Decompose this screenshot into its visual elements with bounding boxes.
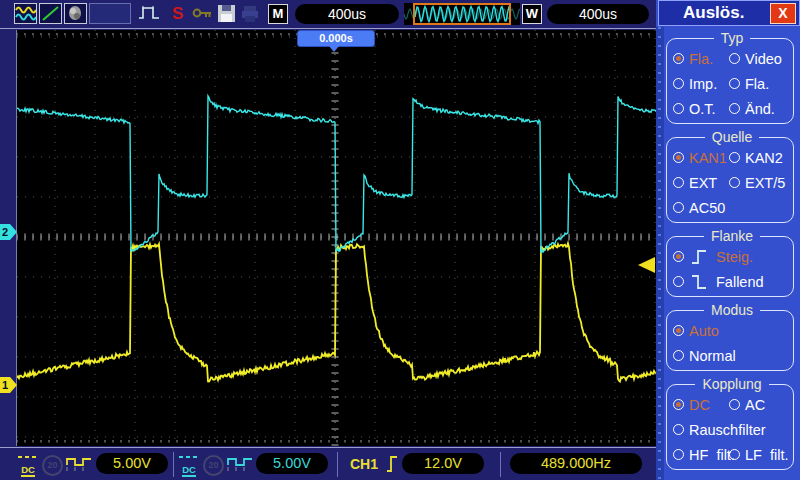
- trigger-position-pointer-icon: [329, 46, 339, 52]
- radio-option-auto[interactable]: Auto: [673, 318, 791, 343]
- radio-label: Rauschfilter: [689, 422, 766, 438]
- radio-icon: [729, 152, 740, 163]
- graticule-axes: [17, 37, 649, 445]
- toolbar: S M 400us W 400us: [0, 0, 656, 28]
- ch1-coupling-icon: DC: [16, 456, 40, 477]
- radio-option-kan1[interactable]: KAN1: [673, 145, 729, 170]
- trigger-menu: Auslös. X TypFla.VideoImp.Fla.O.T.Änd.Qu…: [656, 0, 800, 480]
- radio-label: EXT: [689, 175, 717, 191]
- radio-option-video[interactable]: Video: [729, 46, 791, 71]
- trigger-menu-titlebar: Auslös. X: [658, 0, 800, 26]
- radio-label: Steig.: [716, 249, 753, 265]
- radio-option-lf-filt-[interactable]: LF filt.: [729, 442, 791, 467]
- radio-icon: [673, 449, 684, 460]
- radio-label: EXT/5: [745, 175, 785, 191]
- trigger-rising-edge-icon: [385, 455, 399, 473]
- status-divider: [500, 452, 501, 477]
- radio-label: AC50: [689, 200, 725, 216]
- radio-icon: [673, 276, 684, 287]
- empty-slot: [89, 3, 131, 24]
- main-timebase-button[interactable]: M: [268, 4, 288, 24]
- radio-option-fla-[interactable]: Fla.: [729, 71, 791, 96]
- ch2-ground-marker[interactable]: 2: [0, 224, 17, 240]
- radio-icon: [673, 53, 684, 64]
- radio-option-ext[interactable]: EXT: [673, 170, 729, 195]
- trigger-level-value: 12.0V: [402, 453, 484, 474]
- radio-option-ac50[interactable]: AC50: [673, 195, 729, 220]
- radio-icon: [729, 53, 740, 64]
- radio-option-hf-filt-[interactable]: HF filt.: [673, 442, 729, 467]
- group-typ: TypFla.VideoImp.Fla.O.T.Änd.: [666, 30, 794, 124]
- radio-icon: [729, 78, 740, 89]
- radio-option-o-t-[interactable]: O.T.: [673, 96, 729, 121]
- radio-option--nd-[interactable]: Änd.: [729, 96, 791, 121]
- radio-option-normal[interactable]: Normal: [673, 343, 791, 368]
- radio-label: Normal: [689, 348, 736, 364]
- ch2-probe-wave-icon: [227, 457, 253, 473]
- ch1-ground-marker[interactable]: 1: [0, 377, 17, 393]
- group-modus: ModusAutoNormal: [666, 302, 794, 371]
- radio-option-rauschfilter[interactable]: Rauschfilter: [673, 417, 791, 442]
- radio-icon: [673, 325, 684, 336]
- cursor-line-icon[interactable]: [39, 3, 62, 24]
- trigger-frequency-value: 489.000Hz: [510, 453, 642, 474]
- ch2-volts-div: 5.00V: [256, 453, 328, 474]
- radio-label: Auto: [689, 323, 719, 339]
- radio-option-imp-[interactable]: Imp.: [673, 71, 729, 96]
- radio-icon: [729, 103, 740, 114]
- save-icon[interactable]: [217, 4, 237, 24]
- trigger-pulse-icon[interactable]: [138, 4, 160, 22]
- key-icon[interactable]: [192, 5, 214, 21]
- group-title: Kopplung: [695, 376, 768, 392]
- print-icon[interactable]: [240, 4, 260, 24]
- radio-option-fallend[interactable]: Fallend: [673, 269, 791, 294]
- window-timebase-button[interactable]: W: [522, 4, 542, 24]
- window-timebase-value: 400us: [547, 4, 649, 24]
- radio-label: Fallend: [716, 274, 764, 290]
- oscilloscope-screen: S M 400us W 400us: [0, 0, 800, 480]
- radio-label: Video: [745, 51, 782, 67]
- radio-option-ac[interactable]: AC: [729, 392, 791, 417]
- group-title: Typ: [714, 30, 751, 46]
- ch1-volts-div: 5.00V: [96, 453, 168, 474]
- ch1-bandwidth-icon: 20: [42, 455, 63, 476]
- radio-icon: [729, 449, 740, 460]
- close-icon[interactable]: X: [770, 3, 796, 24]
- ch2-coupling-icon: DC: [177, 456, 201, 477]
- stop-icon[interactable]: S: [172, 4, 183, 24]
- radio-icon: [729, 399, 740, 410]
- radio-icon: [673, 78, 684, 89]
- radio-option-fla-[interactable]: Fla.: [673, 46, 729, 71]
- radio-icon: [673, 152, 684, 163]
- image-icon[interactable]: [64, 3, 87, 24]
- group-title: Flanke: [704, 228, 760, 244]
- radio-label: DC: [689, 397, 710, 413]
- radio-label: Fla.: [745, 76, 769, 92]
- status-divider: [173, 452, 174, 477]
- channel-waves-icon[interactable]: [14, 3, 37, 24]
- radio-option-ext-5[interactable]: EXT/5: [729, 170, 791, 195]
- radio-icon: [673, 103, 684, 114]
- status-bar: DC 20 5.00V DC 20 5.00V CH1 12.0V: [0, 447, 656, 480]
- group-quelle: QuelleKAN1KAN2EXTEXT/5AC50: [666, 129, 794, 223]
- group-flanke: FlankeSteig.Fallend: [666, 228, 794, 297]
- rising-edge-icon: [689, 248, 711, 266]
- record-preview[interactable]: [404, 3, 520, 25]
- trace-ch1: [17, 243, 656, 381]
- radio-label: LF filt.: [745, 447, 789, 463]
- radio-label: Imp.: [689, 76, 717, 92]
- radio-option-steig-[interactable]: Steig.: [673, 244, 791, 269]
- radio-icon: [673, 350, 684, 361]
- trace-ch2: [17, 96, 656, 253]
- trigger-position-indicator[interactable]: 0.000s: [297, 30, 375, 47]
- radio-label: Fla.: [689, 51, 713, 67]
- status-divider: [337, 452, 338, 477]
- radio-option-dc[interactable]: DC: [673, 392, 729, 417]
- radio-label: KAN1: [689, 150, 727, 166]
- radio-label: KAN2: [745, 150, 783, 166]
- scope-display: [16, 30, 656, 446]
- radio-icon: [673, 202, 684, 213]
- group-title: Modus: [704, 302, 760, 318]
- radio-option-kan2[interactable]: KAN2: [729, 145, 791, 170]
- radio-label: Änd.: [745, 101, 775, 117]
